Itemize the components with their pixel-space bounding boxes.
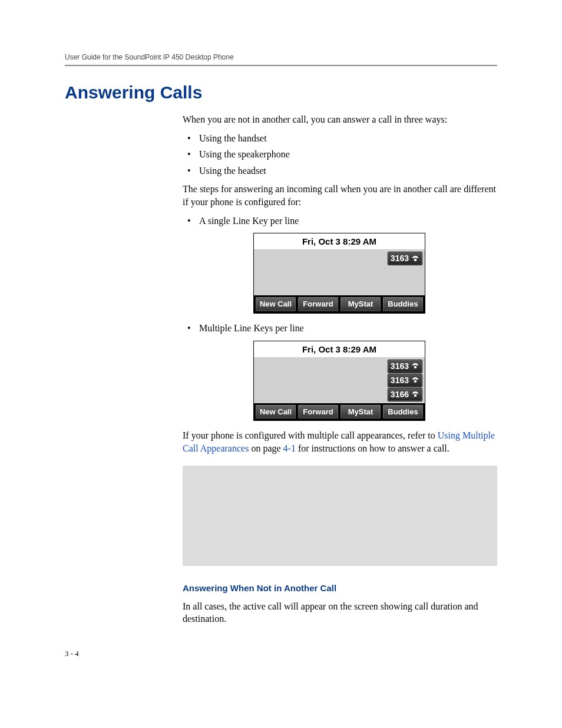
line-key-label: 3163 (391, 375, 409, 386)
softkey-row: New Call Forward MyStat Buddies (254, 295, 425, 313)
line-key-label: 3166 (391, 389, 409, 400)
cross-reference-paragraph: If your phone is configured with multipl… (183, 429, 497, 454)
running-header: User Guide for the SoundPoint IP 450 Des… (65, 53, 497, 61)
line-key: 3163 (388, 374, 422, 387)
softkey-forward: Forward (297, 297, 339, 312)
transition-paragraph: The steps for answering an incoming call… (183, 183, 497, 208)
softkey-forward: Forward (297, 404, 339, 420)
softkey-new-call: New Call (255, 297, 296, 312)
list-item: Using the headset (183, 164, 497, 177)
phone-screen-multi-line: Fri, Oct 3 8:29 AM 3163 3163 3166 New Ca… (253, 341, 425, 421)
svg-rect-3 (414, 394, 416, 397)
document-page: User Guide for the SoundPoint IP 450 Des… (0, 0, 562, 694)
list-item: Multiple Line Keys per line (183, 322, 497, 335)
phone-display-area: 3163 3163 3166 (254, 357, 425, 403)
xref-text: on page (249, 443, 283, 453)
softkey-mystat: MyStat (340, 297, 381, 312)
list-item: Using the handset (183, 132, 497, 145)
phone-icon (411, 363, 419, 370)
softkey-buddies: Buddies (382, 297, 424, 312)
list-item: A single Line Key per line (183, 215, 497, 228)
xref-text: If your phone is configured with multipl… (183, 430, 438, 440)
intro-paragraph: When you are not in another call, you ca… (183, 113, 497, 126)
phone-icon (411, 255, 419, 262)
line-key-label: 3163 (391, 253, 409, 264)
body-column: When you are not in another call, you ca… (183, 113, 497, 625)
phone-screen-single-line: Fri, Oct 3 8:29 AM 3163 New Call Forward… (253, 233, 425, 314)
config-list: Multiple Line Keys per line (183, 322, 497, 335)
note-box (183, 466, 497, 566)
phone-icon (411, 391, 419, 398)
line-key: 3163 (388, 360, 422, 373)
list-item: Using the speakerphone (183, 148, 497, 161)
line-key-label: 3163 (391, 361, 409, 372)
phone-datetime: Fri, Oct 3 8:29 AM (254, 341, 425, 357)
subsection-paragraph: In all cases, the active call will appea… (183, 600, 497, 625)
softkey-row: New Call Forward MyStat Buddies (254, 403, 425, 421)
softkey-mystat: MyStat (340, 404, 381, 420)
link-page-4-1[interactable]: 4-1 (283, 443, 296, 453)
header-rule (65, 65, 497, 66)
xref-text: for instructions on how to answer a call… (296, 443, 449, 453)
section-heading: Answering Calls (65, 83, 497, 103)
svg-rect-2 (414, 380, 416, 383)
svg-rect-0 (414, 259, 416, 261)
phone-datetime: Fri, Oct 3 8:29 AM (254, 233, 425, 249)
page-number: 3 - 4 (65, 649, 497, 658)
phone-icon (411, 377, 419, 384)
softkey-new-call: New Call (255, 404, 296, 420)
phone-display-area: 3163 (254, 249, 425, 295)
config-list: A single Line Key per line (183, 215, 497, 228)
softkey-buddies: Buddies (382, 404, 424, 420)
ways-list: Using the handset Using the speakerphone… (183, 132, 497, 177)
line-key: 3163 (388, 252, 422, 265)
subsection-heading: Answering When Not in Another Call (183, 582, 497, 594)
svg-rect-1 (414, 366, 416, 368)
line-key: 3166 (388, 388, 422, 401)
